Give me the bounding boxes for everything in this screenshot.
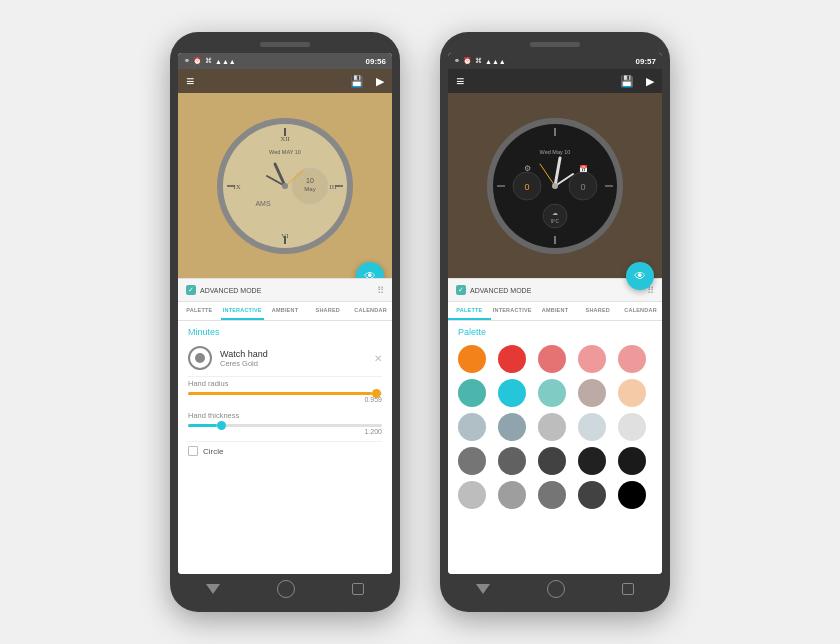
tabs-2: PALETTE INTERACTIVE AMBIENT SHARED CALEN… <box>448 302 662 321</box>
save-icon-2[interactable]: 💾 <box>620 75 634 88</box>
wifi-icon-2: ⌘ <box>475 57 482 65</box>
color-swatch-14[interactable] <box>618 413 646 441</box>
watch-face-svg-1: XII III VI IX Wed MAY 10 10 May AMS <box>215 116 355 256</box>
eye-icon-2: 👁 <box>634 269 646 283</box>
status-bar-2: ⚭ ⏰ ⌘ ▲▲▲ 09:57 <box>448 53 662 69</box>
checkbox-row-1: Circle <box>178 442 392 460</box>
phone-speaker-1 <box>260 42 310 47</box>
svg-text:AMS: AMS <box>255 200 271 207</box>
advanced-bar-1: ✓ ADVANCED MODE ⠿ <box>178 278 392 302</box>
back-button-2[interactable] <box>476 584 490 594</box>
color-swatch-12[interactable] <box>538 413 566 441</box>
svg-text:0: 0 <box>524 182 529 192</box>
color-swatch-20[interactable] <box>458 481 486 509</box>
color-swatch-5[interactable] <box>458 379 486 407</box>
watch-container-2: Wed May 10 ⚙ 0 📅 0 ☁ 9°C <box>485 116 625 256</box>
color-swatch-9[interactable] <box>618 379 646 407</box>
svg-text:Wed May 10: Wed May 10 <box>540 149 571 155</box>
recents-button-1[interactable] <box>352 583 364 595</box>
color-swatch-21[interactable] <box>498 481 526 509</box>
tab-shared-1[interactable]: SHARED <box>306 302 349 320</box>
tab-calendar-2[interactable]: CALENDAR <box>619 302 662 320</box>
status-time-1: 09:56 <box>366 57 386 66</box>
save-icon-1[interactable]: 💾 <box>350 75 364 88</box>
send-icon-1[interactable]: ▶ <box>376 75 384 88</box>
color-swatch-2[interactable] <box>538 345 566 373</box>
content-2: Palette <box>448 321 662 574</box>
color-swatch-0[interactable] <box>458 345 486 373</box>
color-swatch-23[interactable] <box>578 481 606 509</box>
recents-button-2[interactable] <box>622 583 634 595</box>
status-time-2: 09:57 <box>636 57 656 66</box>
color-swatch-19[interactable] <box>618 447 646 475</box>
color-swatch-7[interactable] <box>538 379 566 407</box>
tab-interactive-2[interactable]: INTERACTIVE <box>491 302 534 320</box>
bluetooth-icon-2: ⚭ <box>454 57 460 65</box>
content-1: Minutes Watch hand Ceres Gold ✕ Hand rad… <box>178 321 392 574</box>
back-button-1[interactable] <box>206 584 220 594</box>
home-button-1[interactable] <box>277 580 295 598</box>
signal-icon-1: ▲▲▲ <box>215 58 236 65</box>
tab-interactive-1[interactable]: INTERACTIVE <box>221 302 264 320</box>
svg-text:III: III <box>330 183 338 191</box>
color-swatch-24[interactable] <box>618 481 646 509</box>
home-bar-2 <box>448 574 662 602</box>
advanced-label-2: ✓ ADVANCED MODE <box>456 285 531 295</box>
palette-title-2: Palette <box>448 321 662 341</box>
color-swatch-8[interactable] <box>578 379 606 407</box>
menu-icon-2[interactable]: ≡ <box>456 73 464 89</box>
phone-1: ⚭ ⏰ ⌘ ▲▲▲ 09:56 ≡ 💾 ▶ <box>170 32 400 612</box>
slider-track-radius[interactable] <box>188 392 382 395</box>
circle-label-1: Circle <box>203 447 223 456</box>
phone-speaker-2 <box>530 42 580 47</box>
tab-palette-2[interactable]: PALETTE <box>448 302 491 320</box>
list-item-inner-dot-1 <box>195 353 205 363</box>
color-swatch-18[interactable] <box>578 447 606 475</box>
color-swatch-11[interactable] <box>498 413 526 441</box>
svg-text:9°C: 9°C <box>551 218 560 224</box>
color-swatch-4[interactable] <box>618 345 646 373</box>
tab-ambient-1[interactable]: AMBIENT <box>264 302 307 320</box>
svg-text:☁: ☁ <box>552 210 558 216</box>
toolbar-actions-2: 💾 ▶ <box>620 75 654 88</box>
color-swatch-10[interactable] <box>458 413 486 441</box>
svg-text:Wed MAY 10: Wed MAY 10 <box>269 149 301 155</box>
tab-ambient-2[interactable]: AMBIENT <box>534 302 577 320</box>
list-item-name-1: Watch hand <box>220 349 366 359</box>
home-button-2[interactable] <box>547 580 565 598</box>
tab-palette-1[interactable]: PALETTE <box>178 302 221 320</box>
toolbar-actions-1: 💾 ▶ <box>350 75 384 88</box>
color-swatch-15[interactable] <box>458 447 486 475</box>
color-swatch-22[interactable] <box>538 481 566 509</box>
send-icon-2[interactable]: ▶ <box>646 75 654 88</box>
advanced-mode-text-2: ADVANCED MODE <box>470 287 531 294</box>
list-item-close-1[interactable]: ✕ <box>374 353 382 364</box>
section-title-1: Minutes <box>178 321 392 340</box>
color-swatch-13[interactable] <box>578 413 606 441</box>
svg-text:VI: VI <box>281 232 289 240</box>
palette-grid-2 <box>448 341 662 517</box>
status-icons-left-2: ⚭ ⏰ ⌘ ▲▲▲ <box>454 57 506 65</box>
color-swatch-6[interactable] <box>498 379 526 407</box>
tab-shared-2[interactable]: SHARED <box>576 302 619 320</box>
slider-fill-thickness <box>188 424 217 427</box>
circle-checkbox-1[interactable] <box>188 446 198 456</box>
svg-point-38 <box>552 183 558 189</box>
svg-text:IX: IX <box>233 183 240 191</box>
color-swatch-16[interactable] <box>498 447 526 475</box>
fab-eye-2[interactable]: 👁 <box>626 262 654 290</box>
wifi-icon-1: ⌘ <box>205 57 212 65</box>
tab-calendar-1[interactable]: CALENDAR <box>349 302 392 320</box>
color-swatch-17[interactable] <box>538 447 566 475</box>
color-swatch-3[interactable] <box>578 345 606 373</box>
slider-thumb-radius[interactable] <box>372 389 381 398</box>
svg-text:10: 10 <box>306 177 314 184</box>
advanced-checkbox-2[interactable]: ✓ <box>456 285 466 295</box>
advanced-checkbox-1[interactable]: ✓ <box>186 285 196 295</box>
menu-icon-1[interactable]: ≡ <box>186 73 194 89</box>
svg-text:📅: 📅 <box>579 164 588 173</box>
watch-area-2: Wed May 10 ⚙ 0 📅 0 ☁ 9°C <box>448 93 662 278</box>
watch-area-1: XII III VI IX Wed MAY 10 10 May AMS <box>178 93 392 278</box>
color-swatch-1[interactable] <box>498 345 526 373</box>
slider-track-thickness[interactable] <box>188 424 382 427</box>
